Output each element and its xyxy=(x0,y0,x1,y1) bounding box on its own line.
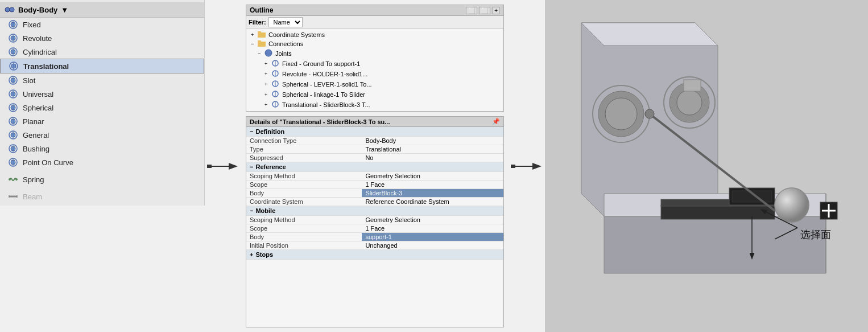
filter-label: Filter: xyxy=(249,19,266,26)
tree-item-spherical2[interactable]: +Spherical - linkage-1 To Slider xyxy=(246,89,503,100)
menu-item-fixed[interactable]: Fixed xyxy=(0,18,204,31)
spherical-label: Spherical xyxy=(23,104,53,112)
expand-icon-spherical1[interactable]: + xyxy=(264,81,270,87)
detail-value-reference-2[interactable]: SliderBlock-3 xyxy=(362,189,503,198)
menu-item-pointoncurve[interactable]: Point On Curve xyxy=(0,155,204,169)
section-header-mobile: −Mobile xyxy=(246,206,503,216)
panel-header[interactable]: Body-Body ▼ xyxy=(0,2,204,18)
detail-label-definition-1: Type xyxy=(246,145,362,154)
tree-icon-translational1 xyxy=(271,100,279,109)
menu-item-slot[interactable]: Slot xyxy=(0,73,204,87)
pointoncurve-label: Point On Curve xyxy=(23,158,73,167)
universal-label: Universal xyxy=(23,90,53,99)
tree-item-joints[interactable]: −Joints xyxy=(246,48,503,59)
revolute-icon xyxy=(8,33,18,43)
tree-item-connections[interactable]: −Connections xyxy=(246,39,503,48)
beam-label: Beam xyxy=(23,192,42,201)
detail-row-mobile-0: Scoping MethodGeometry Selection xyxy=(246,216,503,224)
detail-label-mobile-2: Body xyxy=(246,233,362,241)
detail-value-mobile-2[interactable]: support-1 xyxy=(362,233,503,241)
detail-row-definition-0: Connection TypeBody-Body xyxy=(246,137,503,145)
bushing-label: Bushing xyxy=(23,145,49,153)
tree-icon-connections xyxy=(258,40,266,48)
tree-label-coord: Coordinate Systems xyxy=(268,31,325,38)
tree-icon-spherical1 xyxy=(271,80,279,89)
details-pin-icon: 📌 xyxy=(492,118,500,125)
middle-section: Outline ⬜ ⬜ + Filter: Name +Coordinate S… xyxy=(241,0,509,332)
outline-btn-3[interactable]: + xyxy=(492,7,500,14)
expand-icon-spherical2[interactable]: + xyxy=(264,92,270,97)
general-label: General xyxy=(23,131,49,140)
detail-row-reference-2: BodySliderBlock-3 xyxy=(246,189,503,198)
arrow-icon-1 xyxy=(206,155,240,178)
section-header-definition: −Definition xyxy=(246,127,503,137)
section-header-reference: −Reference xyxy=(246,162,503,172)
svg-marker-42 xyxy=(229,163,238,170)
translational-icon xyxy=(9,61,19,71)
menu-item-universal[interactable]: Universal xyxy=(0,87,204,101)
svg-point-36 xyxy=(9,178,11,181)
menu-item-cylindrical[interactable]: Cylindrical xyxy=(0,45,204,59)
svg-rect-68 xyxy=(661,205,775,219)
bushing-icon xyxy=(8,144,18,154)
menu-item-spring[interactable]: Spring xyxy=(0,173,204,186)
outline-btn-1[interactable]: ⬜ xyxy=(466,7,477,14)
panel-header-label: Body-Body xyxy=(18,6,57,14)
tree-item-coord[interactable]: +Coordinate Systems xyxy=(246,30,503,39)
tree-item-spherical1[interactable]: +Spherical - LEVER-1-solid1 To... xyxy=(246,79,503,89)
detail-value-reference-1: 1 Face xyxy=(362,181,503,189)
menu-item-beam: Beam xyxy=(0,190,204,203)
details-title: Details of "Translational - SliderBlock-… xyxy=(246,117,503,127)
panel-dropdown-icon[interactable]: ▼ xyxy=(61,6,68,14)
detail-row-definition-2: SuppressedNo xyxy=(246,154,503,162)
svg-rect-40 xyxy=(209,165,212,168)
outline-title-label: Outline xyxy=(250,6,273,14)
expand-icon-fixed1[interactable]: + xyxy=(264,61,270,67)
svg-rect-58 xyxy=(511,165,513,168)
menu-item-general[interactable]: General xyxy=(0,128,204,142)
detail-label-mobile-3: Initial Position xyxy=(246,241,362,250)
menu-item-revolute[interactable]: Revolute xyxy=(0,31,204,45)
detail-label-definition-0: Connection Type xyxy=(246,137,362,145)
menu-item-spherical[interactable]: Spherical xyxy=(0,101,204,114)
detail-value-reference-3: Reference Coordinate System xyxy=(362,198,503,206)
body-body-icon xyxy=(5,5,15,15)
tree-item-translational1[interactable]: +Translational - SliderBlock-3 T... xyxy=(246,100,503,110)
arrow-middle-to-right xyxy=(509,0,545,332)
tree-label-spherical1: Spherical - LEVER-1-solid1 To... xyxy=(282,81,372,88)
detail-value-definition-1: Translational xyxy=(362,145,503,154)
detail-row-reference-1: Scope1 Face xyxy=(246,181,503,189)
expand-icon-coord[interactable]: + xyxy=(251,32,257,38)
arrow-icon-2 xyxy=(510,155,544,178)
tree-label-translational1: Translational - SliderBlock-3 T... xyxy=(282,101,370,108)
detail-label-reference-0: Scoping Method xyxy=(246,172,362,181)
slot-label: Slot xyxy=(23,76,35,85)
tree-item-revolute1[interactable]: +Revolute - HOLDER-1-solid1... xyxy=(246,69,503,79)
outline-tree: +Coordinate Systems−Connections−Joints+F… xyxy=(246,29,503,111)
details-table: −DefinitionConnection TypeBody-BodyTypeT… xyxy=(246,127,503,260)
expand-icon-revolute1[interactable]: + xyxy=(264,71,270,77)
expand-icon-translational1[interactable]: + xyxy=(264,102,270,108)
outline-btn-2[interactable]: ⬜ xyxy=(479,7,490,14)
svg-rect-44 xyxy=(258,31,261,34)
tree-icon-revolute1 xyxy=(271,69,279,79)
tree-icon-spherical2 xyxy=(271,90,279,99)
tree-item-fixed1[interactable]: +Fixed - Ground To support-1 xyxy=(246,59,503,69)
spring-label: Spring xyxy=(23,175,44,184)
detail-row-reference-0: Scoping MethodGeometry Selection xyxy=(246,172,503,181)
menu-item-bushing[interactable]: Bushing xyxy=(0,142,204,155)
expand-icon-joints[interactable]: − xyxy=(258,51,263,56)
tree-label-fixed1: Fixed - Ground To support-1 xyxy=(282,60,360,67)
svg-point-79 xyxy=(775,188,809,222)
menu-item-translational[interactable]: Translational xyxy=(0,59,204,73)
left-panel: Body-Body ▼ Fixed Revolute Cylindrical T… xyxy=(0,0,205,332)
planar-label: Planar xyxy=(23,117,44,126)
detail-row-reference-3: Coordinate SystemReference Coordinate Sy… xyxy=(246,198,503,206)
general-icon xyxy=(8,130,18,140)
left-menu-items: Fixed Revolute Cylindrical Translational… xyxy=(0,18,204,203)
detail-value-mobile-0: Geometry Selection xyxy=(362,216,503,224)
expand-icon-connections[interactable]: − xyxy=(251,41,257,47)
tree-icon-fixed1 xyxy=(271,59,279,68)
filter-select[interactable]: Name xyxy=(268,17,303,27)
menu-item-planar[interactable]: Planar xyxy=(0,114,204,128)
